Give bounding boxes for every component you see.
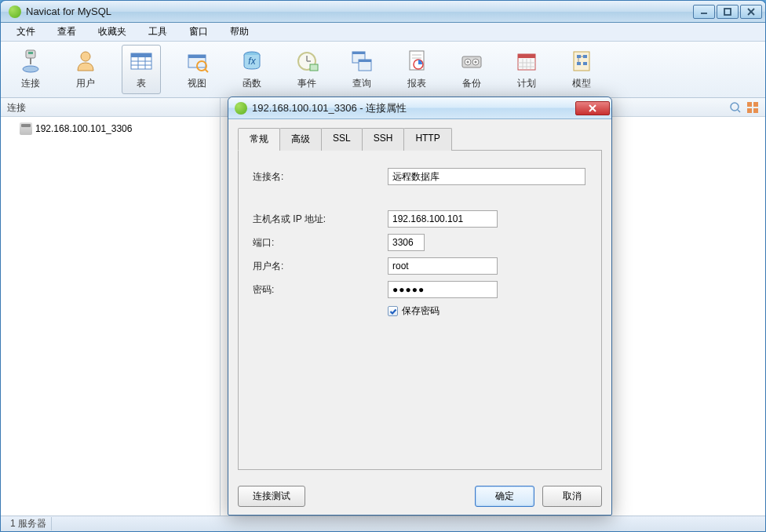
menubar: 文件 查看 收藏夹 工具 窗口 帮助 [1, 23, 765, 42]
event-icon [294, 49, 319, 74]
toolbar-label: 连接 [21, 77, 40, 90]
model-icon [569, 49, 594, 74]
svg-rect-48 [577, 62, 581, 65]
tree-item-label: 192.168.100.101_3306 [35, 123, 132, 134]
svg-rect-24 [310, 64, 318, 71]
svg-point-7 [23, 66, 38, 72]
port-label: 端口: [253, 236, 388, 250]
toolbar-table[interactable]: 表 [122, 45, 161, 94]
dialog-title: 192.168.100.101_3306 - 连接属性 [252, 101, 575, 115]
toolbar-label: 函数 [243, 77, 261, 90]
menu-view[interactable]: 查看 [48, 23, 86, 41]
grid-icon[interactable] [746, 101, 759, 114]
toolbar-model[interactable]: 模型 [563, 46, 600, 93]
svg-rect-28 [359, 60, 371, 62]
menu-tools[interactable]: 工具 [139, 23, 177, 41]
connection-tree-item[interactable]: 192.168.100.101_3306 [4, 120, 217, 137]
password-label: 密码: [253, 283, 388, 297]
dialog-titlebar[interactable]: 192.168.100.101_3306 - 连接属性 [228, 97, 611, 119]
menu-help[interactable]: 帮助 [221, 23, 258, 41]
dialog-tabs: 常规 高级 SSL SSH HTTP [238, 127, 602, 151]
host-label: 主机名或 IP 地址: [253, 213, 388, 226]
report-icon [404, 49, 429, 74]
tab-general[interactable]: 常规 [238, 128, 280, 151]
svg-point-36 [467, 61, 469, 64]
dialog-close-button[interactable] [575, 101, 610, 115]
statusbar-text: 1 服务器 [5, 517, 52, 530]
connection-properties-dialog: 192.168.100.101_3306 - 连接属性 常规 高级 SSL SS… [228, 97, 612, 516]
sidebar-header: 连接 [1, 98, 220, 117]
toolbar-connection[interactable]: 连接 [12, 46, 49, 93]
user-label: 用户名: [253, 260, 388, 273]
toolbar-backup[interactable]: 备份 [453, 46, 491, 93]
toolbar-query[interactable]: 查询 [343, 46, 381, 93]
toolbar-event[interactable]: 事件 [288, 46, 326, 93]
toolbar-label: 查询 [352, 77, 371, 90]
search-icon[interactable] [729, 101, 742, 114]
svg-rect-10 [131, 53, 151, 57]
ok-button[interactable]: 确定 [475, 486, 534, 507]
svg-rect-26 [352, 52, 365, 54]
conn-name-label: 连接名: [253, 170, 388, 184]
svg-rect-49 [583, 62, 587, 65]
schedule-icon [514, 49, 539, 74]
svg-rect-57 [753, 108, 758, 113]
toolbar-label: 计划 [517, 77, 536, 90]
user-input[interactable] [388, 257, 498, 275]
svg-rect-56 [747, 108, 752, 113]
svg-rect-47 [583, 55, 587, 58]
svg-rect-1 [724, 9, 731, 15]
conn-name-input[interactable] [388, 168, 585, 185]
toolbar-label: 事件 [297, 77, 316, 90]
minimize-button[interactable] [693, 5, 715, 19]
svg-rect-55 [753, 102, 758, 107]
toolbar-label: 报表 [407, 77, 426, 90]
svg-point-52 [731, 103, 739, 111]
app-icon [9, 5, 21, 18]
cancel-button[interactable]: 取消 [542, 486, 602, 507]
connection-icon [18, 49, 43, 74]
tab-http[interactable]: HTTP [403, 128, 451, 151]
save-password-checkbox[interactable] [388, 306, 398, 316]
function-icon: fx [239, 49, 264, 74]
toolbar-function[interactable]: fx 函数 [233, 46, 271, 93]
svg-rect-39 [518, 54, 535, 58]
svg-line-18 [205, 69, 208, 72]
svg-rect-45 [574, 52, 589, 71]
tab-advanced[interactable]: 高级 [279, 128, 322, 151]
statusbar: 1 服务器 [1, 516, 765, 531]
test-connection-button[interactable]: 连接测试 [238, 486, 305, 507]
port-input[interactable] [388, 234, 425, 251]
svg-rect-54 [747, 102, 752, 107]
svg-rect-5 [28, 52, 33, 54]
tab-ssh[interactable]: SSH [362, 128, 405, 151]
maximize-button[interactable] [717, 5, 739, 19]
svg-point-8 [81, 52, 90, 61]
host-input[interactable] [388, 210, 498, 228]
toolbar-label: 视图 [188, 77, 206, 90]
svg-rect-16 [188, 55, 206, 58]
svg-text:fx: fx [248, 56, 256, 67]
svg-point-37 [475, 61, 477, 64]
toolbar-report[interactable]: 报表 [398, 46, 436, 93]
toolbar-label: 用户 [76, 77, 95, 90]
toolbar-schedule[interactable]: 计划 [508, 46, 545, 93]
toolbar-user[interactable]: 用户 [67, 46, 104, 93]
menu-file[interactable]: 文件 [7, 23, 45, 41]
tab-ssl[interactable]: SSL [321, 128, 363, 151]
user-icon [73, 49, 98, 74]
svg-line-53 [738, 110, 740, 112]
toolbar-view[interactable]: 视图 [178, 46, 216, 93]
close-button[interactable] [740, 5, 762, 19]
database-icon [20, 122, 32, 135]
window-title: Navicat for MySQL [26, 5, 693, 17]
password-input[interactable]: ●●●●● [388, 281, 498, 298]
menu-window[interactable]: 窗口 [180, 23, 217, 41]
menu-favorites[interactable]: 收藏夹 [89, 23, 136, 41]
toolbar-label: 备份 [462, 77, 481, 90]
main-titlebar[interactable]: Navicat for MySQL [1, 1, 765, 23]
view-icon [184, 49, 210, 74]
query-icon [349, 49, 374, 74]
main-toolbar: 连接 用户 表 视图 fx 函数 事件 查询 报表 [1, 42, 765, 98]
backup-icon [459, 49, 484, 74]
